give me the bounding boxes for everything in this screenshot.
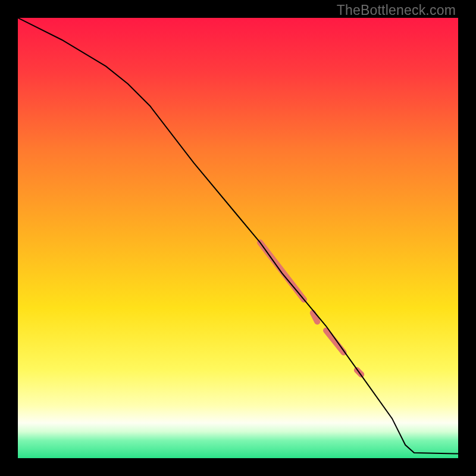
- main-curve: [18, 18, 458, 454]
- line-layer: [18, 18, 458, 458]
- watermark-text: TheBottleneck.com: [337, 2, 456, 18]
- highlight-seg-3: [326, 330, 344, 352]
- chart-frame: TheBottleneck.com: [0, 0, 476, 476]
- plot-area: [18, 18, 458, 458]
